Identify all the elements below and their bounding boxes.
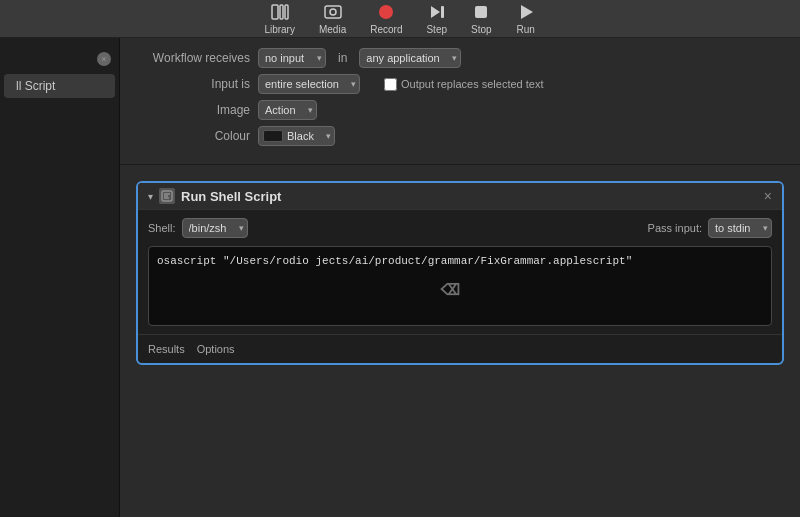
shell-select[interactable]: /bin/zsh: [182, 218, 248, 238]
library-label: Library: [264, 24, 295, 35]
library-icon: [270, 2, 290, 22]
footer-tab-options[interactable]: Options: [197, 341, 235, 357]
script-icon: [159, 188, 175, 204]
no-input-wrap[interactable]: no input: [258, 48, 326, 68]
run-shell-script-card: ▾ Run Shell Script ×: [136, 181, 784, 365]
workflow-header: Workflow receives no input in any applic…: [120, 38, 800, 165]
no-input-select[interactable]: no input: [258, 48, 326, 68]
shell-label: Shell:: [148, 222, 176, 234]
input-is-label: Input is: [140, 77, 250, 91]
script-card-close-btn[interactable]: ×: [764, 189, 772, 203]
script-card-body: Shell: /bin/zsh Pass input: to stdin: [138, 210, 782, 334]
toolbar: Library Media Record Step: [0, 0, 800, 38]
stop-label: Stop: [471, 24, 492, 35]
colour-wrap[interactable]: Black: [258, 126, 335, 146]
svg-marker-9: [521, 5, 533, 19]
sidebar: × ll Script: [0, 38, 120, 517]
script-editor[interactable]: osascript "/Users/rodio jects/ai/product…: [148, 246, 772, 326]
content-area: Workflow receives no input in any applic…: [120, 38, 800, 517]
step-label: Step: [426, 24, 447, 35]
svg-point-5: [379, 5, 393, 19]
toolbar-run[interactable]: Run: [516, 2, 536, 35]
toolbar-step[interactable]: Step: [426, 2, 447, 35]
output-replaces-label[interactable]: Output replaces selected text: [384, 78, 543, 91]
text-cursor-icon: ⌫: [440, 270, 459, 310]
svg-marker-6: [431, 6, 440, 18]
footer-tab-results[interactable]: Results: [148, 341, 185, 357]
record-icon: [376, 2, 396, 22]
any-application-select[interactable]: any application: [359, 48, 461, 68]
svg-point-4: [330, 9, 336, 15]
media-icon: [323, 2, 343, 22]
toolbar-media[interactable]: Media: [319, 2, 346, 35]
script-card-footer: Results Options: [138, 334, 782, 363]
script-card-title-area: ▾ Run Shell Script: [148, 188, 281, 204]
main-layout: × ll Script Workflow receives no input i…: [0, 38, 800, 517]
image-row: Image Action: [140, 100, 780, 120]
svg-rect-2: [285, 5, 288, 19]
in-label: in: [338, 51, 347, 65]
toolbar-stop[interactable]: Stop: [471, 2, 492, 35]
input-is-row: Input is entire selection Output replace…: [140, 74, 780, 94]
pass-input-row: Pass input: to stdin: [648, 218, 772, 238]
toolbar-record[interactable]: Record: [370, 2, 402, 35]
toolbar-library[interactable]: Library: [264, 2, 295, 35]
record-label: Record: [370, 24, 402, 35]
entire-selection-wrap[interactable]: entire selection: [258, 74, 360, 94]
svg-rect-1: [280, 5, 283, 19]
svg-rect-0: [272, 5, 278, 19]
any-application-wrap[interactable]: any application: [359, 48, 461, 68]
collapse-button[interactable]: ▾: [148, 191, 153, 202]
script-text: osascript "/Users/rodio jects/ai/product…: [157, 255, 632, 267]
pass-input-label: Pass input:: [648, 222, 702, 234]
pass-input-select[interactable]: to stdin: [708, 218, 772, 238]
workflow-receives-label: Workflow receives: [140, 51, 250, 65]
step-icon: [427, 2, 447, 22]
script-controls: Shell: /bin/zsh Pass input: to stdin: [148, 218, 772, 238]
svg-rect-7: [441, 6, 444, 18]
workflow-receives-row: Workflow receives no input in any applic…: [140, 48, 780, 68]
pass-input-wrap[interactable]: to stdin: [708, 218, 772, 238]
shell-select-wrap[interactable]: /bin/zsh: [182, 218, 248, 238]
media-label: Media: [319, 24, 346, 35]
colour-label: Colour: [140, 129, 250, 143]
image-label: Image: [140, 103, 250, 117]
sidebar-close-btn[interactable]: ×: [97, 52, 111, 66]
svg-rect-8: [475, 6, 487, 18]
action-select[interactable]: Action: [258, 100, 317, 120]
script-card-header: ▾ Run Shell Script ×: [138, 183, 782, 210]
sidebar-item-script[interactable]: ll Script: [4, 74, 115, 98]
action-wrap[interactable]: Action: [258, 100, 317, 120]
entire-selection-select[interactable]: entire selection: [258, 74, 360, 94]
run-icon: [516, 2, 536, 22]
colour-select[interactable]: Black: [258, 126, 335, 146]
script-card-title: Run Shell Script: [181, 189, 281, 204]
output-replaces-checkbox[interactable]: [384, 78, 397, 91]
shell-row: Shell: /bin/zsh: [148, 218, 248, 238]
run-label: Run: [516, 24, 534, 35]
svg-rect-3: [325, 6, 341, 18]
stop-icon: [471, 2, 491, 22]
colour-row: Colour Black: [140, 126, 780, 146]
